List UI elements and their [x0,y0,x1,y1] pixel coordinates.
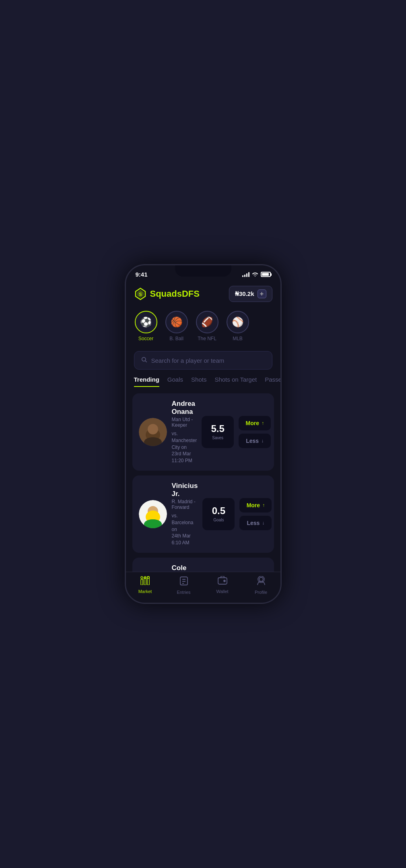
less-button-onana[interactable]: Less ↓ [239,434,271,448]
nav-profile[interactable]: Profile [242,576,280,595]
player-info-onana: Andrea Onana Man Utd - Keeper vs. Manche… [172,400,197,464]
nfl-icon-circle: 🏈 [196,311,218,333]
phone-screen: 9:41 [126,265,280,603]
player-team-vinicius: R. Madrid - Forward [172,499,198,510]
search-bar[interactable]: Search for a player or team [134,351,272,370]
sport-tab-soccer[interactable]: ⚽ Soccer [134,311,158,341]
svg-point-0 [254,276,256,276]
nfl-label: The NFL [198,336,216,341]
stat-label-onana: Saves [212,435,223,440]
header: S SquadsDFS ₦30.2k + [126,281,280,307]
profile-icon [257,576,266,588]
svg-point-4 [142,358,145,361]
stat-label-vinicius: Goals [213,517,224,523]
market-label: Market [138,589,152,594]
phone-frame: 9:41 [125,264,282,604]
sports-tabs: ⚽ Soccer 🏀 B. Ball 🏈 The NFL ⚾ MLB [126,307,280,348]
more-button-vinicius[interactable]: More ↑ [239,498,272,513]
wallet-label: Wallet [216,589,228,594]
player-team-onana: Man Utd - Keeper [172,417,197,428]
logo: S SquadsDFS [134,287,200,300]
stat-value-vinicius: 0.5 [212,505,225,517]
logo-text: SquadsDFS [150,289,200,299]
avatar-vinicius [139,500,167,528]
svg-point-35 [259,577,263,581]
player-match-vinicius: vs. Barcelona on24th Mar 6:10 AM [172,513,198,546]
sport-tab-mlb[interactable]: ⚾ MLB [226,311,250,341]
nav-entries[interactable]: Entries [165,576,203,595]
search-icon [141,356,147,364]
player-name-palmer: Cole Palmer [172,564,195,572]
balance-button[interactable]: ₦30.2k + [229,286,272,302]
entries-icon [179,576,188,588]
avatar-onana [139,418,167,446]
svg-point-28 [147,577,149,579]
down-arrow-vinicius: ↓ [262,520,264,526]
svg-line-5 [145,361,147,362]
avatar-face-vinicius [139,500,167,528]
player-card-palmer: Cole Palmer Chelsea - Forward vs. Fulham… [132,558,274,572]
profile-label: Profile [255,590,267,595]
player-card-onana: Andrea Onana Man Utd - Keeper vs. Manche… [132,393,274,471]
main-scroll[interactable]: S SquadsDFS ₦30.2k + ⚽ Soccer [126,281,280,572]
player-match-onana: vs. Manchester City on23rd Mar 11:20 PM [172,430,197,464]
wallet-icon [218,576,227,587]
up-arrow-onana: ↑ [262,420,264,426]
more-less-onana: More ↑ Less ↓ [239,416,271,448]
svg-point-34 [224,580,225,582]
mlb-icon-circle: ⚾ [227,311,249,333]
entries-label: Entries [177,590,190,595]
stat-box-onana: 5.5 Saves [202,416,234,448]
player-card-vinicius: Vinicius Jr. R. Madrid - Forward vs. Bar… [132,475,274,553]
player-info-vinicius: Vinicius Jr. R. Madrid - Forward vs. Bar… [172,482,198,546]
avatar-face-onana [139,418,167,446]
wifi-icon [252,271,258,278]
sport-tab-basketball[interactable]: 🏀 B. Ball [165,311,189,341]
logo-icon: S [134,287,147,300]
svg-point-26 [141,577,143,579]
add-funds-icon: + [258,289,266,298]
basketball-label: B. Ball [169,336,183,341]
player-name-vinicius: Vinicius Jr. [172,482,198,498]
filter-tab-trending[interactable]: Trending [134,376,159,387]
stat-box-vinicius: 0.5 Goals [202,498,235,530]
search-placeholder: Search for a player or team [151,357,225,364]
soccer-icon-circle: ⚽ [135,311,157,333]
battery-icon [261,272,271,277]
svg-text:S: S [139,292,142,297]
more-button-onana[interactable]: More ↑ [239,416,271,430]
more-less-vinicius: More ↑ Less ↓ [239,498,272,530]
filter-tab-passes[interactable]: Passes Attempt [265,376,280,387]
filter-tab-shots[interactable]: Shots [191,376,206,387]
basketball-icon-circle: 🏀 [165,311,188,333]
nav-wallet[interactable]: Wallet [203,576,242,595]
svg-rect-29 [180,577,188,585]
stat-value-onana: 5.5 [211,423,225,434]
sport-tab-nfl[interactable]: 🏈 The NFL [195,311,219,341]
filter-tab-goals[interactable]: Goals [167,376,183,387]
svg-point-8 [148,424,158,434]
notch [175,265,231,277]
status-time: 9:41 [136,271,148,278]
bottom-nav: Market Entries [126,572,280,603]
less-button-vinicius[interactable]: Less ↓ [239,516,272,530]
svg-rect-23 [141,579,143,585]
mlb-label: MLB [233,336,243,341]
player-info-palmer: Cole Palmer Chelsea - Forward vs. Fulham… [172,564,195,572]
player-cards-list: Andrea Onana Man Utd - Keeper vs. Manche… [126,393,280,572]
down-arrow-onana: ↓ [261,438,264,444]
signal-icon [242,272,249,277]
soccer-label: Soccer [138,336,153,341]
filter-tab-shots-on-target[interactable]: Shots on Target [214,376,257,387]
player-name-onana: Andrea Onana [172,400,197,416]
market-icon [140,576,150,587]
up-arrow-vinicius: ↑ [262,502,265,508]
balance-amount: ₦30.2k [235,290,254,298]
status-icons [242,271,271,278]
filter-tabs: Trending Goals Shots Shots on Target Pas… [126,376,280,387]
nav-market[interactable]: Market [126,576,165,595]
